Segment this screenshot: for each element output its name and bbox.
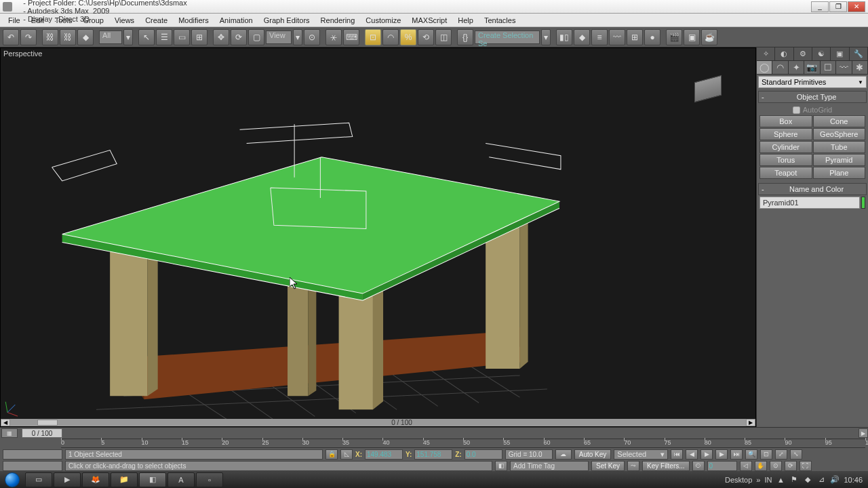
cmdtab-motion[interactable]: ☯ [812,47,831,60]
scroll-left-icon[interactable]: ◀ [1,419,10,426]
nav-zoom-button[interactable]: 🔍 [745,449,757,460]
edged-faces-button[interactable]: ◫ [435,29,452,45]
menu-file[interactable]: File [3,15,26,26]
tray-lang[interactable]: IN [764,476,772,484]
primitive-torus[interactable]: Torus [760,154,812,166]
rollout-name-color[interactable]: -Name and Color [758,183,867,195]
absolute-mode-icon[interactable]: ◺ [340,449,353,460]
select-region-button[interactable]: ▭ [174,29,190,45]
lock-selection-icon[interactable]: 🔒 [326,449,338,460]
cmdtab-display[interactable]: ▣ [831,47,849,60]
primitive-pyramid[interactable]: Pyramid [813,154,866,166]
cmdtab-hierarchy[interactable]: ⚙ [794,47,812,60]
rollout-object-type[interactable]: -Object Type [758,91,867,103]
undo-button[interactable]: ↶ [3,29,19,45]
schematic-button[interactable]: ⊞ [627,29,643,45]
current-frame-input[interactable] [707,461,737,471]
close-button[interactable]: ✕ [848,1,865,12]
tray-up-icon[interactable]: ▲ [776,475,785,485]
nav-zoomext-button[interactable]: ⤢ [775,449,787,460]
mirror-button[interactable]: ▮▯ [556,29,572,45]
tray-sec-icon[interactable]: ◆ [803,475,812,485]
nav-zoomall-button[interactable]: ⊡ [760,449,772,460]
primitive-tube[interactable]: Tube [813,141,866,153]
menu-edit[interactable]: Edit [26,15,50,26]
primitive-cylinder[interactable]: Cylinder [760,141,812,153]
time-tag-icon[interactable]: ◧ [495,461,507,471]
ref-coord-arrow[interactable]: ▾ [293,29,302,45]
category-dropdown[interactable]: Standard Primitives▼ [758,76,867,88]
trackbar-toggle[interactable]: ▦ [1,428,18,438]
tray-flag-icon[interactable]: ⚑ [789,475,799,485]
tray-net-icon[interactable]: ⊿ [816,475,826,485]
curve-editor-button[interactable]: 〰 [609,29,625,45]
selection-filter-arrow[interactable]: ▾ [123,29,133,45]
tray-clock[interactable]: 10:46 [844,476,863,484]
bind-button[interactable]: ◆ [77,29,94,45]
render-button[interactable]: ☕ [701,29,717,45]
redo-button[interactable]: ↷ [20,29,37,45]
rotate-button[interactable]: ⟳ [231,29,247,45]
prev-frame-button[interactable]: ◀ [686,449,698,460]
task-explorer[interactable]: ▭ [25,472,52,487]
object-name-input[interactable] [760,197,860,209]
coord-z-input[interactable] [465,449,502,460]
window-crossing-button[interactable]: ⊞ [191,29,208,45]
nav-maxtoggle-button[interactable]: ⛶ [800,461,812,471]
link-button[interactable]: ⛓ [42,29,58,45]
menu-grapheditors[interactable]: Graph Editors [258,15,315,26]
selection-set-input[interactable]: Create Selection Se [475,30,540,44]
selection-filter[interactable]: All [99,30,122,44]
mini-listener-2[interactable] [3,461,62,471]
subtab-cameras[interactable]: 📷 [804,61,820,74]
spinner-snap-button[interactable]: ⟲ [418,29,434,45]
task-app1[interactable]: A [167,472,195,487]
tray-vol-icon[interactable]: 🔊 [830,475,840,485]
nav-fov-button[interactable]: ◁ [740,461,752,471]
scroll-right-icon[interactable]: ▶ [746,419,755,426]
menu-tentacles[interactable]: Tentacles [479,15,521,26]
key-mode-toggle[interactable]: ⤳ [627,461,639,471]
material-editor-button[interactable]: ● [644,29,660,45]
comm-center-icon[interactable]: ☁ [555,449,572,460]
menu-maxscript[interactable]: MAXScript [406,15,452,26]
goto-end-button[interactable]: ⏭ [730,449,743,460]
start-button[interactable] [0,471,24,488]
time-config-icon[interactable]: ⏲ [692,461,705,471]
menu-customize[interactable]: Customize [360,15,406,26]
menu-create[interactable]: Create [140,15,173,26]
align-button[interactable]: ◆ [574,29,590,45]
time-ruler[interactable]: 0510152025303540455055606570758085909510… [61,439,865,448]
menu-animation[interactable]: Animation [214,15,258,26]
move-button[interactable]: ✥ [213,29,229,45]
render-setup-button[interactable]: 🎬 [666,29,682,45]
scroll-thumb[interactable] [37,420,58,426]
maximize-button[interactable]: ❐ [829,1,847,12]
keyboard-shortcut-button[interactable]: ⌨ [343,29,359,45]
minimize-button[interactable]: _ [811,1,829,12]
angle-snap-button[interactable]: ◠ [382,29,399,45]
menu-modifiers[interactable]: Modifiers [173,15,214,26]
subtab-lights[interactable]: ✦ [789,61,804,74]
auto-key-button[interactable]: Auto Key [574,449,612,460]
key-filters-button[interactable]: Key Filters... [642,461,690,471]
primitive-box[interactable]: Box [760,115,812,127]
mini-listener-1[interactable] [3,449,62,460]
coord-y-input[interactable] [414,449,452,460]
key-mode-dropdown[interactable]: Selected▾ [614,449,668,460]
viewcube[interactable] [688,68,728,109]
autogrid-checkbox[interactable]: AutoGrid [760,104,865,115]
tray-desktop[interactable]: Desktop [725,476,752,484]
viewport[interactable]: Perspective [0,47,756,427]
nav-walk-button[interactable]: ⊙ [770,461,782,471]
named-sel-button[interactable]: {} [457,29,473,45]
unlink-button[interactable]: ⛓ [60,29,76,45]
time-slider[interactable]: 0 / 100 [22,428,62,438]
task-media[interactable]: ▶ [54,472,81,487]
add-time-tag[interactable]: Add Time Tag [510,461,589,471]
task-app2[interactable]: ▫ [196,472,223,487]
render-frame-button[interactable]: ▣ [684,29,700,45]
menu-views[interactable]: Views [109,15,140,26]
pivot-button[interactable]: ⊙ [304,29,320,45]
play-button[interactable]: ▶ [701,449,713,460]
